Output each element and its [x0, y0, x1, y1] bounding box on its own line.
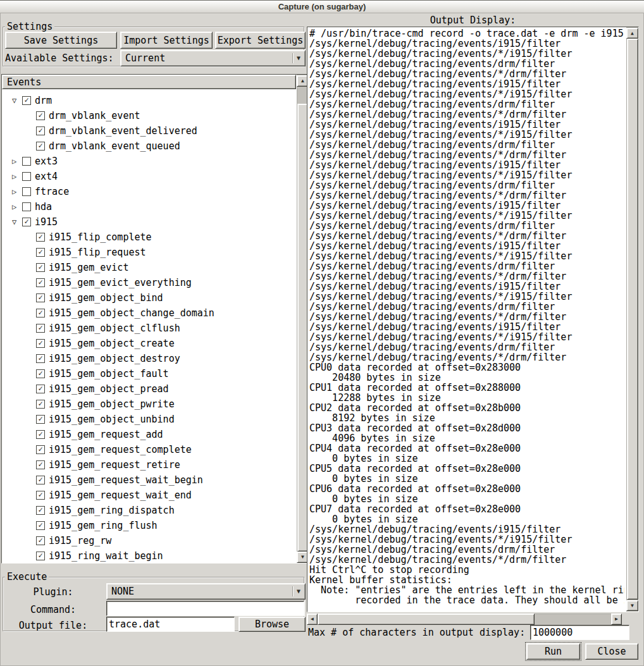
tree-row-i915_gem_object_destroy[interactable]: ✓i915_gem_object_destroy	[2, 351, 283, 366]
tree-row-i915_flip_complete[interactable]: ✓i915_flip_complete	[2, 230, 283, 245]
browse-button[interactable]: Browse	[238, 617, 306, 632]
tree-row-ext4[interactable]: ▷ext4	[2, 169, 283, 184]
event-checkbox[interactable]: ✓	[36, 430, 45, 439]
event-checkbox[interactable]: ✓	[36, 263, 45, 272]
tree-row-i915_gem_evict_everything[interactable]: ✓i915_gem_evict_everything	[2, 275, 283, 290]
event-checkbox[interactable]: ✓	[36, 248, 45, 257]
event-label: hda	[35, 201, 52, 213]
event-checkbox[interactable]: ✓	[36, 521, 45, 530]
titlebar[interactable]: Capture (on sugarbay)	[0, 0, 644, 13]
scroll-down-icon[interactable]: ▼	[626, 600, 638, 611]
expander-closed-icon[interactable]: ▷	[12, 172, 22, 181]
event-checkbox[interactable]: ✓	[22, 218, 31, 226]
output-file-input[interactable]	[106, 617, 235, 632]
tree-row-i915_gem_request_retire[interactable]: ✓i915_gem_request_retire	[2, 457, 283, 472]
event-checkbox[interactable]: ✓	[36, 142, 45, 151]
event-label: i915_reg_rw	[49, 535, 111, 546]
event-label: i915_gem_evict	[49, 262, 128, 273]
event-checkbox[interactable]: ✓	[36, 506, 45, 515]
event-checkbox[interactable]	[22, 157, 31, 166]
tree-row-drm_vblank_event_delivered[interactable]: ✓drm_vblank_event_delivered	[2, 123, 283, 139]
event-checkbox[interactable]: ✓	[36, 354, 45, 363]
expander-closed-icon[interactable]: ▷	[12, 187, 22, 196]
tree-row-i915_flip_request[interactable]: ✓i915_flip_request	[2, 245, 283, 260]
chevron-down-icon: ▼	[297, 588, 305, 595]
event-label: i915_flip_request	[49, 247, 146, 258]
event-checkbox[interactable]: ✓	[36, 400, 45, 409]
event-checkbox[interactable]: ✓	[36, 476, 45, 484]
event-checkbox[interactable]: ✓	[36, 491, 45, 500]
tree-row-i915_gem_request_complete[interactable]: ✓i915_gem_request_complete	[2, 442, 283, 457]
event-checkbox[interactable]: ✓	[22, 96, 31, 105]
output-scrollbar-thumb[interactable]	[627, 39, 638, 600]
event-checkbox[interactable]	[22, 187, 31, 196]
expander-closed-icon[interactable]: ▷	[12, 202, 22, 211]
run-button[interactable]: Run	[526, 643, 580, 660]
output-hscrollbar-thumb[interactable]	[318, 614, 535, 625]
export-settings-button[interactable]: Export Settings	[215, 32, 306, 49]
event-checkbox[interactable]: ✓	[36, 369, 45, 378]
event-checkbox[interactable]: ✓	[36, 233, 45, 242]
events-panel: ▽✓drm✓drm_vblank_event✓drm_vblank_event_…	[1, 74, 309, 564]
event-checkbox[interactable]: ✓	[36, 339, 45, 348]
tree-row-i915_gem_request_wait_begin[interactable]: ✓i915_gem_request_wait_begin	[2, 472, 283, 488]
tree-row-i915_gem_object_change_domain[interactable]: ✓i915_gem_object_change_domain	[2, 305, 283, 321]
available-settings-label: Available Settings:	[5, 52, 114, 65]
tree-row-i915_gem_request_add[interactable]: ✓i915_gem_request_add	[2, 427, 283, 442]
expander-open-icon[interactable]: ▽	[12, 218, 22, 226]
event-checkbox[interactable]: ✓	[36, 278, 45, 287]
tree-row-i915_gem_object_pread[interactable]: ✓i915_gem_object_pread	[2, 381, 283, 397]
plugin-combo[interactable]: NONE ▼	[106, 583, 306, 600]
close-button[interactable]: Close	[585, 643, 638, 660]
tree-row-i915_gem_request_wait_end[interactable]: ✓i915_gem_request_wait_end	[2, 488, 283, 503]
event-label: i915_gem_object_bind	[49, 292, 163, 304]
event-checkbox[interactable]: ✓	[36, 552, 45, 560]
event-checkbox[interactable]: ✓	[36, 309, 45, 318]
tree-row-i915_reg_rw[interactable]: ✓i915_reg_rw	[2, 533, 283, 548]
event-checkbox[interactable]	[22, 172, 31, 181]
event-checkbox[interactable]	[22, 202, 31, 211]
event-checkbox[interactable]: ✓	[36, 324, 45, 333]
tree-row-hda[interactable]: ▷hda	[2, 199, 283, 214]
expander-closed-icon[interactable]: ▷	[12, 157, 22, 166]
tree-row-i915_gem_evict[interactable]: ✓i915_gem_evict	[2, 260, 283, 275]
events-column-header[interactable]: Events	[2, 75, 296, 89]
event-label: i915_gem_request_retire	[49, 459, 180, 471]
event-checkbox[interactable]: ✓	[36, 445, 45, 454]
tree-row-drm_vblank_event_queued[interactable]: ✓drm_vblank_event_queued	[2, 139, 283, 154]
tree-row-drm_vblank_event[interactable]: ✓drm_vblank_event	[2, 108, 283, 123]
import-settings-button[interactable]: Import Settings	[120, 32, 213, 49]
event-checkbox[interactable]: ✓	[36, 460, 45, 469]
event-checkbox[interactable]: ✓	[36, 536, 45, 545]
scroll-up-icon[interactable]: ▲	[626, 28, 638, 39]
expander-open-icon[interactable]: ▽	[12, 96, 22, 105]
available-settings-combo[interactable]: Current ▼	[120, 50, 306, 66]
tree-row-ext3[interactable]: ▷ext3	[2, 154, 283, 169]
event-checkbox[interactable]: ✓	[36, 293, 45, 302]
tree-row-i915_gem_object_pwrite[interactable]: ✓i915_gem_object_pwrite	[2, 397, 283, 412]
tree-row-i915_ring_wait_begin[interactable]: ✓i915_ring_wait_begin	[2, 548, 283, 564]
tree-row-i915_gem_object_unbind[interactable]: ✓i915_gem_object_unbind	[2, 412, 283, 427]
tree-row-i915[interactable]: ▽✓i915	[2, 214, 283, 230]
event-label: drm_vblank_event	[49, 110, 140, 121]
tree-row-i915_gem_ring_flush[interactable]: ✓i915_gem_ring_flush	[2, 518, 283, 533]
event-checkbox[interactable]: ✓	[36, 415, 45, 424]
tree-row-i915_gem_object_clflush[interactable]: ✓i915_gem_object_clflush	[2, 321, 283, 336]
event-label: i915_flip_complete	[49, 231, 152, 243]
tree-row-i915_gem_ring_dispatch[interactable]: ✓i915_gem_ring_dispatch	[2, 503, 283, 518]
scroll-right-icon[interactable]: ▶	[611, 614, 622, 625]
event-checkbox[interactable]: ✓	[36, 126, 45, 135]
combo-separator	[292, 53, 294, 64]
tree-row-drm[interactable]: ▽✓drm	[2, 93, 283, 108]
tree-row-i915_gem_object_fault[interactable]: ✓i915_gem_object_fault	[2, 366, 283, 381]
event-checkbox[interactable]: ✓	[36, 385, 45, 393]
command-input[interactable]	[106, 601, 304, 616]
event-checkbox[interactable]: ✓	[36, 111, 45, 120]
tree-row-i915_gem_object_bind[interactable]: ✓i915_gem_object_bind	[2, 290, 283, 305]
event-label: ext4	[35, 171, 58, 182]
tree-row-i915_gem_object_create[interactable]: ✓i915_gem_object_create	[2, 336, 283, 351]
tree-row-ftrace[interactable]: ▷ftrace	[2, 184, 283, 199]
max-chars-input[interactable]	[530, 625, 629, 640]
scroll-left-icon[interactable]: ◀	[307, 614, 318, 625]
save-settings-button[interactable]: Save Settings	[5, 32, 117, 49]
